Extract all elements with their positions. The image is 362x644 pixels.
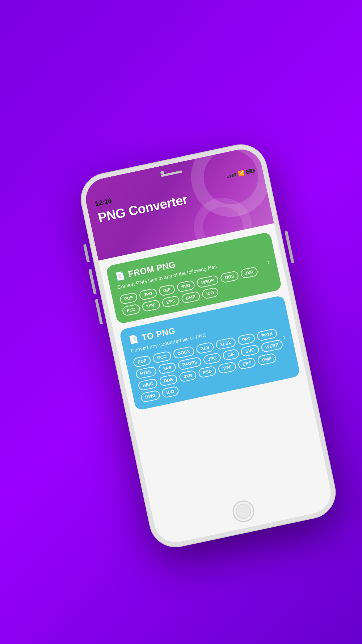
to-format-psd: PSD <box>198 365 217 379</box>
to-format-doc: DOC <box>152 351 172 364</box>
volume-up-button[interactable] <box>88 269 96 294</box>
to-format-eps: EPS <box>237 357 256 370</box>
to-format-ico: ICO <box>161 386 180 398</box>
format-tag-pdf: PDF <box>119 292 138 305</box>
to-format-jxr: JXR <box>178 370 197 382</box>
phone-frame: 12:10 📶 PNG Converte <box>77 140 340 551</box>
to-format-pdf: PDF <box>132 355 151 368</box>
to-format-docx: DOCX <box>172 346 195 360</box>
to-format-dwg: DWG <box>140 390 161 403</box>
format-tag-webp: WEBP <box>196 275 219 288</box>
phone-screen: 12:10 📶 PNG Converte <box>82 145 334 546</box>
format-tag-dds: DDS <box>220 270 239 283</box>
format-tag-tiff: TIFF <box>141 299 161 312</box>
phone-device: 12:10 📶 PNG Converte <box>77 140 340 551</box>
status-time: 12:10 <box>94 197 112 208</box>
format-tag-gif: GIF <box>158 284 176 297</box>
format-tag-jpg: JPG <box>139 288 157 300</box>
to-format-pptx: PPTX <box>256 328 278 342</box>
file-icon-from: 📄 <box>114 271 126 282</box>
to-format-xps: XPS <box>158 362 177 375</box>
to-format-html: HTML <box>135 366 157 380</box>
to-format-xls: XLS <box>196 342 215 354</box>
to-format-dds: DDS <box>159 374 178 387</box>
mute-button[interactable] <box>83 244 90 263</box>
format-tag-psd: PSD <box>122 304 141 317</box>
format-tag-bmp: BMP <box>181 291 201 304</box>
speaker <box>161 170 182 177</box>
to-format-ppt: PPT <box>237 333 256 346</box>
volume-down-button[interactable] <box>95 299 103 324</box>
format-tag-eps: EPS <box>161 295 180 308</box>
to-format-webp: WEBP <box>260 339 283 353</box>
to-format-tiff: TIFF <box>218 361 237 375</box>
to-format-jpg: JPG <box>203 352 222 365</box>
format-tag-svg: SVG <box>176 280 195 293</box>
app-content: 📄 FROM PNG Convert PNG files to any of t… <box>98 223 335 547</box>
to-format-heic: HEIC <box>138 378 158 391</box>
to-format-svg: SVG <box>240 344 260 357</box>
format-tag-jxr: JXR <box>240 266 258 279</box>
to-format-gif: GIF <box>222 348 240 361</box>
file-icon-to: 📄 <box>128 334 139 345</box>
power-button[interactable] <box>285 231 294 263</box>
to-format-xlsx: XLSX <box>215 337 237 350</box>
to-format-bmp: BMP <box>257 353 277 366</box>
format-tag-ico: ICO <box>201 287 219 300</box>
to-format-pages: PAGES <box>177 356 202 371</box>
